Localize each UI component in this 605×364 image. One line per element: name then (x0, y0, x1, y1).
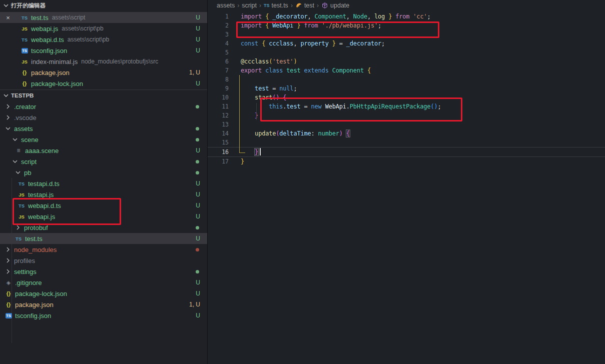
code-line-11[interactable]: 11 this.test = new WebApi.PbHttpApiReque… (208, 102, 605, 111)
code-line-4[interactable]: 4const { ccclass, property } = _decorato… (208, 39, 605, 48)
code-editor: assets›script›TStest.ts›test›update 1imp… (208, 0, 605, 364)
line-content: } (229, 158, 244, 165)
typescript-file-icon: TS (14, 236, 23, 242)
tree-folder-profiles[interactable]: profiles (0, 255, 207, 266)
close-icon[interactable]: × (4, 14, 12, 22)
tree-item-label: script (21, 158, 37, 166)
open-editor-item-package.json[interactable]: {}package.json1, U (0, 67, 207, 78)
code-line-5[interactable]: 5 (208, 48, 605, 57)
vscode-window: 打开的编辑器 ×TStest.tsassets\scriptUJSwebapi.… (0, 0, 605, 364)
line-number[interactable]: 7 (208, 67, 229, 74)
tree-folder-node_modules[interactable]: node_modules (0, 244, 207, 255)
tree-file-package.json[interactable]: {}package.json1, U (0, 299, 207, 310)
tree-item-label: profiles (14, 257, 35, 264)
line-number[interactable]: 13 (208, 121, 229, 128)
line-number[interactable]: 1 (208, 13, 229, 20)
file-name: webapi.d.ts (31, 36, 64, 44)
line-number[interactable]: 6 (208, 58, 229, 65)
tree-folder-scene[interactable]: scene (0, 134, 207, 145)
tree-folder-pb[interactable]: pb (0, 167, 207, 178)
line-content: export class test extends Component { (229, 67, 371, 74)
git-status-dot (196, 248, 199, 252)
project-header[interactable]: TESTPB (0, 90, 207, 101)
json-file-icon: {} (4, 302, 13, 308)
chevron-right-icon (4, 256, 12, 264)
open-editor-item-test.ts[interactable]: ×TStest.tsassets\scriptU (0, 12, 207, 23)
typescript-file-icon: TS (20, 15, 29, 20)
code-line-13[interactable]: 13 (208, 120, 605, 129)
project-title: TESTPB (11, 92, 34, 98)
code-area[interactable]: 1import { _decorator, Component, Node, l… (208, 12, 605, 166)
line-number[interactable]: 16 (208, 148, 229, 156)
tree-file-tsconfig.json[interactable]: TStsconfig.jsonU (0, 310, 207, 321)
tree-file-testapi.js[interactable]: JStestapi.jsU (0, 189, 207, 200)
line-number[interactable]: 12 (208, 112, 229, 119)
tree-file-test.ts[interactable]: TStest.tsU (0, 233, 207, 244)
line-number[interactable]: 8 (208, 76, 229, 83)
line-number[interactable]: 10 (208, 94, 229, 101)
file-name: test.ts (31, 14, 49, 22)
open-editor-item-tsconfig.json[interactable]: TStsconfig.jsonU (0, 45, 207, 56)
line-number[interactable]: 3 (208, 31, 229, 38)
code-line-8[interactable]: 8 (208, 75, 605, 84)
tree-file-aaaa.scene[interactable]: ≡aaaa.sceneU (0, 145, 207, 156)
open-editor-item-package-lock.json[interactable]: {}package-lock.jsonU (0, 78, 207, 89)
open-editor-item-webapi.js[interactable]: JSwebapi.jsassets\script\pbU (0, 23, 207, 34)
tree-file-webapi.js[interactable]: JSwebapi.jsU (0, 211, 207, 222)
tree-folder-script[interactable]: script (0, 156, 207, 167)
line-content: update(deltaTime: number) { (229, 130, 350, 137)
breadcrumb-item-update[interactable]: update (321, 2, 349, 9)
tree-folder-assets[interactable]: assets (0, 123, 207, 134)
tree-item-label: .gitignore (15, 279, 42, 286)
git-status-dot (196, 270, 199, 274)
open-editor-item-webapi.d.ts[interactable]: TSwebapi.d.tsassets\script\pbU (0, 34, 207, 45)
line-number[interactable]: 4 (208, 40, 229, 47)
code-line-2[interactable]: 2import { WebApi } from './pb/webapi.js'… (208, 21, 605, 30)
tree-item-label: protobuf (24, 224, 48, 232)
line-content: const { ccclass, property } = _decorator… (229, 40, 385, 47)
code-line-10[interactable]: 10 start() { (208, 93, 605, 102)
git-status-badge: U (196, 25, 200, 32)
open-editor-item-index-minimal.js[interactable]: JSindex-minimal.jsnode_modules\protobufj… (0, 56, 207, 67)
tree-item-label: settings (14, 268, 37, 276)
tree-folder-protobuf[interactable]: protobuf (0, 222, 207, 233)
line-content: } (229, 148, 258, 156)
line-content: import { WebApi } from './pb/webapi.js'; (229, 22, 381, 29)
line-number[interactable]: 5 (208, 49, 229, 56)
breadcrumb-item-test.ts[interactable]: TStest.ts (264, 2, 288, 9)
file-name: package-lock.json (31, 80, 83, 88)
open-editors-header[interactable]: 打开的编辑器 (0, 0, 207, 11)
line-number[interactable]: 17 (208, 158, 229, 165)
line-number[interactable]: 11 (208, 103, 229, 110)
tree-folder-settings[interactable]: settings (0, 266, 207, 277)
line-number[interactable]: 9 (208, 85, 229, 92)
code-line-7[interactable]: 7export class test extends Component { (208, 66, 605, 75)
tree-file-webapi.d.ts[interactable]: TSwebapi.d.tsU (0, 200, 207, 211)
code-line-15[interactable]: 15 (208, 138, 605, 147)
tree-file-.gitignore[interactable]: ◈.gitignoreU (0, 277, 207, 288)
code-line-12[interactable]: 12 } (208, 111, 605, 120)
line-number[interactable]: 2 (208, 22, 229, 29)
line-number[interactable]: 15 (208, 139, 229, 146)
typescript-file-icon: TS (264, 3, 270, 8)
breadcrumb-item-script[interactable]: script (242, 2, 257, 9)
code-line-6[interactable]: 6@ccclass('test') (208, 57, 605, 66)
javascript-file-icon: JS (17, 214, 26, 220)
code-line-1[interactable]: 1import { _decorator, Component, Node, l… (208, 12, 605, 21)
git-status-badge: U (196, 213, 200, 220)
tree-file-package-lock.json[interactable]: {}package-lock.jsonU (0, 288, 207, 299)
breadcrumb-item-assets[interactable]: assets (217, 2, 235, 9)
tree-file-testapi.d.ts[interactable]: TStestapi.d.tsU (0, 178, 207, 189)
breadcrumb-item-test[interactable]: test (295, 2, 314, 9)
line-number[interactable]: 14 (208, 130, 229, 137)
code-line-3[interactable]: 3 (208, 30, 605, 39)
code-line-16[interactable]: 16 } (208, 147, 605, 157)
code-line-9[interactable]: 9 test = null; (208, 84, 605, 93)
code-line-14[interactable]: 14 update(deltaTime: number) { (208, 129, 605, 138)
typescript-file-icon: TS (20, 37, 29, 42)
tree-folder-.vscode[interactable]: .vscode (0, 112, 207, 123)
git-status-dot (196, 171, 199, 174)
tree-folder-.creator[interactable]: .creator (0, 101, 207, 112)
code-line-17[interactable]: 17} (208, 157, 605, 166)
tree-item-label: .vscode (14, 114, 37, 122)
